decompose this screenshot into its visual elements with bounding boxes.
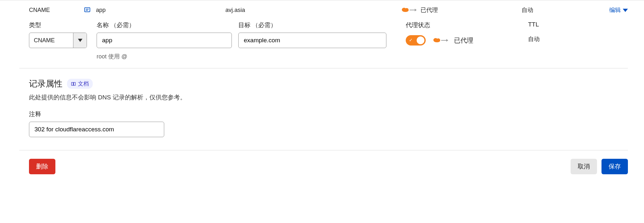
proxied-cloud-icon xyxy=(431,36,449,44)
svg-marker-6 xyxy=(78,39,82,42)
name-input[interactable] xyxy=(97,33,232,48)
comment-indicator-icon xyxy=(84,6,91,14)
check-icon: ✓ xyxy=(409,37,413,43)
svg-marker-8 xyxy=(446,39,448,42)
footer-actions: 删除 取消 保存 xyxy=(0,150,644,183)
summary-proxy-status: 已代理 xyxy=(421,6,438,14)
type-select-value: CNAME xyxy=(29,33,73,48)
record-attributes-section: 记录属性 文档 此处提供的信息不会影响 DNS 记录的解析，仅供您参考。 注释 xyxy=(0,68,644,140)
comment-label: 注释 xyxy=(29,110,628,118)
comment-input[interactable] xyxy=(29,122,164,137)
name-label: 名称 （必需） xyxy=(97,21,238,29)
summary-ttl: 自动 xyxy=(522,6,596,14)
docs-link[interactable]: 文档 xyxy=(67,79,93,89)
type-label: 类型 xyxy=(29,21,97,29)
proxy-state-label: 代理状态 xyxy=(406,21,528,29)
svg-marker-5 xyxy=(623,9,628,12)
target-input[interactable] xyxy=(238,33,386,48)
dns-record-summary-row: CNAME app avj.asia 已代理 自动 xyxy=(0,0,644,16)
name-hint: root 使用 @ xyxy=(97,53,238,60)
proxy-toggle[interactable]: ✓ xyxy=(406,35,426,46)
record-attributes-desc: 此处提供的信息不会影响 DNS 记录的解析，仅供您参考。 xyxy=(29,93,628,102)
cancel-button[interactable]: 取消 xyxy=(571,159,597,174)
dns-record-edit-row: 类型 CNAME 名称 （必需） root 使用 @ 目标 （必需） 代理状态 xyxy=(0,16,644,68)
edit-link[interactable]: 编辑 xyxy=(596,6,628,14)
record-attributes-title: 记录属性 xyxy=(29,78,62,89)
save-button[interactable]: 保存 xyxy=(601,159,628,174)
ttl-value: 自动 xyxy=(528,35,540,43)
type-select[interactable]: CNAME xyxy=(29,33,87,48)
svg-marker-4 xyxy=(415,9,417,11)
svg-rect-0 xyxy=(85,8,90,12)
book-icon xyxy=(71,81,76,86)
ttl-label: TTL xyxy=(528,21,592,28)
delete-button[interactable]: 删除 xyxy=(29,159,55,174)
summary-target: avj.asia xyxy=(225,7,399,14)
chevron-down-icon xyxy=(623,8,628,12)
target-label: 目标 （必需） xyxy=(238,21,406,29)
summary-type: CNAME xyxy=(29,7,84,14)
proxied-cloud-icon xyxy=(399,6,417,14)
proxy-status-text: 已代理 xyxy=(454,36,473,45)
summary-name: app xyxy=(96,7,106,14)
chevron-down-icon xyxy=(73,33,87,48)
